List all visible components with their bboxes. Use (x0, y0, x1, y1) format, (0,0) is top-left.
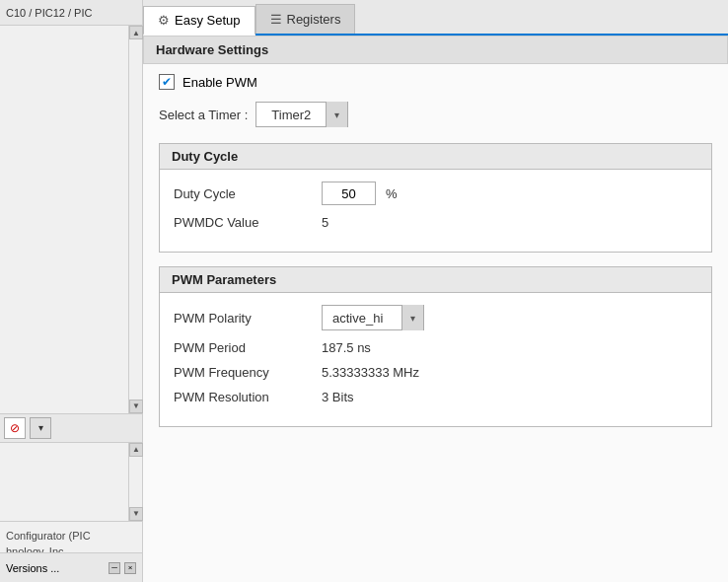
polarity-dropdown-arrow[interactable]: ▾ (401, 305, 423, 330)
duty-cycle-group-body: Duty Cycle % PWMDC Value 5 (160, 170, 711, 252)
polarity-value: active_hi (323, 309, 401, 327)
dropdown-arrow-icon: ▾ (334, 109, 339, 120)
polarity-arrow-icon: ▾ (410, 313, 415, 324)
device-label: C10 / PIC12 / PIC (0, 0, 142, 26)
left-scrollbar[interactable]: ▲ ▼ (128, 26, 142, 413)
main-content: ⚙ Easy Setup ☰ Registers Hardware Settin… (143, 0, 728, 582)
duty-cycle-group-header: Duty Cycle (160, 144, 711, 170)
pwm-frequency-row: PWM Frequency 5.33333333 MHz (174, 365, 697, 380)
polarity-dropdown[interactable]: active_hi ▾ (322, 305, 424, 330)
left-lower-scrollbar[interactable]: ▲ ▼ (128, 443, 142, 521)
left-panel: C10 / PIC12 / PIC ▲ ▼ ⊘ ▾ ▲ (0, 0, 143, 582)
timer-value: Timer2 (256, 106, 326, 124)
tabs-row: ⚙ Easy Setup ☰ Registers (143, 0, 728, 36)
bottom-line1: Configurator (PIC (6, 528, 136, 545)
pwm-period-row: PWM Period 187.5 ns (174, 340, 697, 355)
enable-pwm-row: ✔ Enable PWM (159, 74, 712, 90)
registers-icon: ☰ (270, 12, 282, 27)
lower-scroll-down[interactable]: ▼ (129, 507, 143, 521)
hardware-settings-header: Hardware Settings (143, 36, 728, 64)
pwm-frequency-value: 5.33333333 MHz (322, 365, 419, 380)
registers-tab-label: Registers (287, 12, 341, 27)
tab-registers[interactable]: ☰ Registers (255, 4, 356, 34)
check-icon: ✔ (162, 75, 172, 89)
tab-easy-setup[interactable]: ⚙ Easy Setup (143, 6, 255, 36)
dropdown-icon: ▾ (38, 422, 43, 433)
pwm-parameters-group: PWM Parameters PWM Polarity active_hi ▾ … (159, 266, 712, 427)
scroll-track (129, 39, 142, 400)
pwm-period-label: PWM Period (174, 340, 312, 355)
pwm-resolution-label: PWM Resolution (174, 390, 312, 404)
stop-icon-btn[interactable]: ⊘ (4, 417, 26, 439)
duty-cycle-group: Duty Cycle Duty Cycle % PWMDC Value 5 (159, 143, 712, 253)
select-timer-label: Select a Timer : (159, 108, 248, 122)
stop-icon: ⊘ (10, 421, 20, 435)
lower-scroll-track (129, 457, 142, 507)
scroll-down-btn[interactable]: ▼ (129, 400, 143, 413)
timer-dropdown-arrow[interactable]: ▾ (326, 102, 347, 127)
enable-pwm-checkbox[interactable]: ✔ (159, 74, 175, 90)
pwm-polarity-label: PWM Polarity (174, 311, 312, 326)
pwm-parameters-header: PWM Parameters (160, 267, 711, 293)
gear-icon: ⚙ (158, 13, 170, 28)
versions-minimize-btn[interactable]: ─ (109, 562, 120, 574)
pwm-resolution-row: PWM Resolution 3 Bits (174, 390, 697, 404)
device-label-text: C10 / PIC12 / PIC (6, 7, 92, 19)
select-timer-row: Select a Timer : Timer2 ▾ (159, 102, 712, 127)
pwmdc-value-label: PWMDC Value (174, 215, 312, 230)
scroll-up-btn[interactable]: ▲ (129, 26, 143, 39)
enable-pwm-label: Enable PWM (182, 75, 257, 90)
timer-dropdown[interactable]: Timer2 ▾ (255, 102, 348, 127)
pwm-period-value: 187.5 ns (322, 340, 371, 355)
pwm-frequency-label: PWM Frequency (174, 365, 312, 380)
duty-cycle-label: Duty Cycle (174, 186, 312, 201)
left-tree-area: ▲ ▼ (0, 26, 142, 413)
duty-cycle-unit: % (386, 186, 398, 201)
versions-close-btn[interactable]: × (124, 562, 136, 574)
content-body: ✔ Enable PWM Select a Timer : Timer2 ▾ D… (143, 64, 728, 582)
pwmdc-value-row: PWMDC Value 5 (174, 215, 697, 230)
versions-label: Versions ... (6, 562, 59, 574)
dropdown-btn[interactable]: ▾ (30, 417, 51, 439)
pwmdc-value: 5 (322, 215, 328, 230)
duty-cycle-input[interactable] (322, 182, 376, 205)
pwm-resolution-value: 3 Bits (322, 390, 354, 404)
duty-cycle-input-row: Duty Cycle % (174, 182, 697, 205)
pwm-polarity-row: PWM Polarity active_hi ▾ (174, 305, 697, 330)
easy-setup-tab-label: Easy Setup (175, 13, 241, 28)
versions-bar: Versions ... ─ × (0, 552, 143, 582)
left-toolbar: ⊘ ▾ (0, 413, 142, 443)
lower-scroll-up[interactable]: ▲ (129, 443, 143, 457)
pwm-parameters-body: PWM Polarity active_hi ▾ PWM Period 187.… (160, 293, 711, 426)
